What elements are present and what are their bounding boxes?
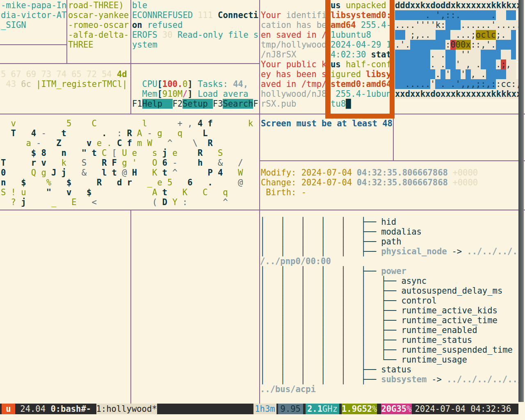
pane-ascii-world-map-row: dddxxkxdoddxkxxxxxxkkkkxx <box>395 0 521 10</box>
pane-char-rain-row: a-Zve.CfmW^\R <box>0 138 259 148</box>
text-run: A <box>152 187 157 197</box>
scrollbar-thumb[interactable] <box>518 0 524 402</box>
status-spacer <box>157 404 254 414</box>
text-run: m <box>137 138 142 148</box>
text-run: 04:32:35.806667868 <box>357 178 448 187</box>
text-run: r <box>127 178 132 187</box>
pane-stat-row: Birth: - <box>260 187 520 197</box>
text-run: ├── <box>361 365 376 374</box>
text-run: g <box>122 158 127 168</box>
text-run: ../../../.. <box>467 247 520 256</box>
text-run: 67 <box>11 69 21 79</box>
pane-ascii-world-map-row: ;,.. ...;oclc;. <box>395 30 521 40</box>
text-run: 30 <box>162 30 173 40</box>
text-run: Z <box>56 138 61 148</box>
pane-callsign-right: road-THREE)oscar-yankee-romeo-oscar-alfa… <box>67 0 130 63</box>
text-run: . <box>425 10 430 20</box>
text-run: F2 <box>172 99 183 109</box>
text-run: │ <box>321 227 326 237</box>
text-run: . <box>435 69 440 79</box>
text-run: 4 <box>218 168 223 178</box>
text-run: │ <box>260 227 265 237</box>
text-run: power <box>381 266 406 276</box>
text-run: │ <box>280 286 285 296</box>
text-run: │ <box>321 355 326 365</box>
text-run: ├── <box>361 247 376 256</box>
pane-errno-row: EROFS30Read-only file s <box>131 30 259 40</box>
text-run: path <box>381 237 401 247</box>
pane-sysfs-tree-row: │││││├──power <box>260 266 520 276</box>
text-run: │ <box>341 335 346 345</box>
text-run: │ <box>300 325 305 335</box>
text-run: │ <box>361 355 366 365</box>
text-run: D <box>162 197 167 207</box>
text-run: │ <box>361 296 366 306</box>
text-run: ble <box>132 0 147 10</box>
text-run: & <box>218 158 223 168</box>
text-run: _ <box>51 197 56 207</box>
text-run: │ <box>260 325 265 335</box>
text-run: S <box>1 187 6 197</box>
text-run: │ <box>260 296 265 306</box>
text-run: │ <box>341 217 346 227</box>
text-run: │ <box>341 247 346 256</box>
pane-char-rain-row: n$%$Rdr_e56.@ <box>0 178 259 187</box>
text-run: ' <box>132 158 137 168</box>
pane-border-h5 <box>0 210 525 210</box>
text-run: xxdxxkxdoxxxkxxxxxxkkkkxx <box>395 89 521 99</box>
text-run: f <box>127 138 132 148</box>
pane-errno: bleECONNREFUSED111ConnectionrefusedEROFS… <box>131 0 259 63</box>
tmux-window-hollywood[interactable]: 1:hollywood* <box>96 404 157 414</box>
text-run: │ <box>260 237 265 247</box>
text-run: │ <box>341 227 346 237</box>
text-run: n <box>1 178 6 187</box>
text-run: status <box>381 365 411 374</box>
text-run: @ <box>122 168 127 178</box>
text-run: : <box>117 128 122 138</box>
text-run: │ <box>260 276 265 286</box>
text-run: │ <box>280 325 285 335</box>
text-run: k <box>62 158 66 168</box>
text-run: 74 <box>56 69 66 79</box>
text-run: Screen must be at least 48 <box>261 119 393 128</box>
pane-hexdump: 5676973746572544d436c|ITM_registerTMCl| <box>0 64 130 114</box>
text-run: │ <box>300 335 305 345</box>
text-run: │ <box>280 247 285 256</box>
text-run: Search <box>223 99 253 109</box>
pane-ssh-keygen: Your identification has been saved in /t… <box>260 0 326 113</box>
text-run: & <box>82 168 87 178</box>
pane-ssh-keygen-row: rSX.pub <box>260 99 326 109</box>
text-run: 43 <box>6 79 16 89</box>
text-run: t <box>62 128 66 138</box>
text-run: , . <box>471 69 486 79</box>
text-run: 4 <box>198 119 203 128</box>
pane-ascii-world-map-row: ....''''k:......'..... <box>395 20 521 30</box>
text-run: │ <box>300 306 305 315</box>
text-run: ;. <box>496 30 511 40</box>
text-run: C <box>91 119 96 128</box>
text-run: 44, <box>233 79 248 89</box>
text-run: ' <box>445 69 450 79</box>
pane-sysfs-tree-row: ││││││├──runtime_active_kids <box>260 306 520 315</box>
text-run: e <box>97 138 102 148</box>
text-run: road-THREE) <box>68 0 124 10</box>
text-run: ├── <box>361 266 376 276</box>
pane-char-rain-row: v5Cl+,4fk <box>0 119 259 128</box>
text-run: . <box>107 138 112 148</box>
text-run: │ <box>280 315 285 325</box>
text-run: F <box>253 99 258 109</box>
text-run: ystem <box>132 40 158 50</box>
text-run: 73 <box>41 69 51 79</box>
pane-callsign-right-row: oscar-yankee <box>67 10 130 20</box>
text-run: EROFS <box>132 30 158 40</box>
text-run: Help <box>142 99 173 109</box>
text-run: control <box>401 296 436 306</box>
text-run: 4 <box>31 128 36 138</box>
pane-sysfs-tree-row: ../bus/acpi <box>260 384 520 394</box>
tmux-window-bash[interactable]: 0:bash#- <box>50 404 96 414</box>
text-run: g <box>157 128 162 138</box>
text-run: O <box>152 158 157 168</box>
text-run: v <box>41 158 46 168</box>
cpu-freq-value: 2.1 <box>307 404 322 414</box>
text-run: │ <box>300 355 305 365</box>
